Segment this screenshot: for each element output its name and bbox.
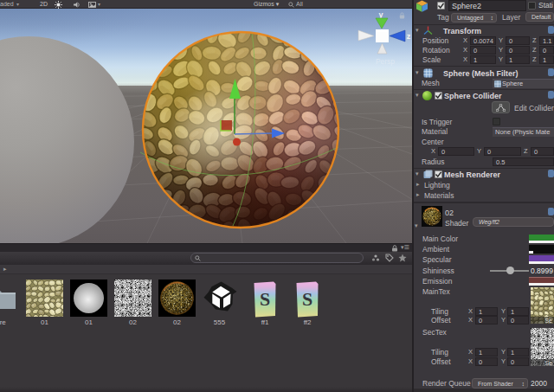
svg-text:Se: Se bbox=[544, 360, 552, 366]
svg-text:z: z bbox=[407, 32, 411, 41]
svg-text:S: S bbox=[260, 288, 270, 310]
svg-text:Se: Se bbox=[544, 318, 552, 324]
svg-text:S: S bbox=[302, 288, 312, 310]
svg-text:y: y bbox=[378, 10, 383, 19]
